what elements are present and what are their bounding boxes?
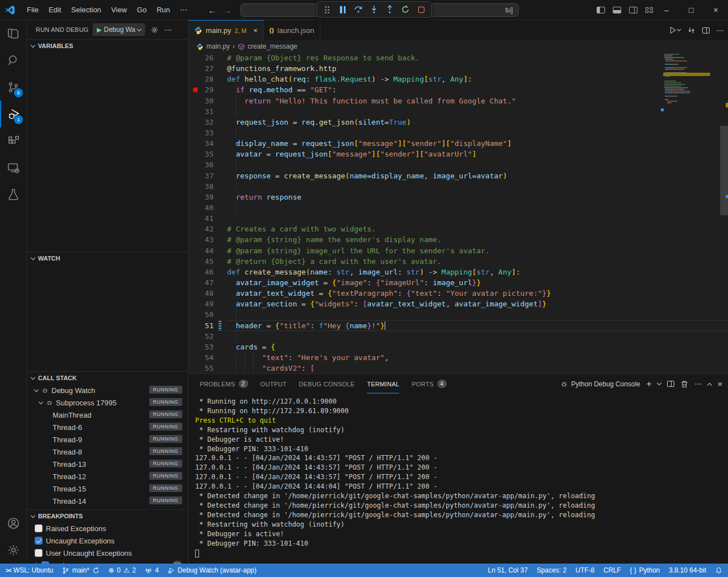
breakpoint-checkbox[interactable]: [35, 549, 42, 557]
run-python-file-button[interactable]: [669, 26, 680, 34]
toggle-secondary-sidebar-icon[interactable]: [629, 7, 637, 13]
editor-gutter[interactable]: 31: [188, 106, 227, 117]
panel-tab-debug-console[interactable]: DEBUG CONSOLE: [299, 374, 355, 394]
breadcrumb-file[interactable]: main.py: [206, 42, 230, 50]
code-line[interactable]: 43# @param {string} name the sender's di…: [188, 234, 728, 245]
code-line[interactable]: 27@functions_framework.http: [188, 63, 728, 74]
code-editor[interactable]: 26# @param {Object} res Response to send…: [188, 53, 728, 373]
code-line[interactable]: 33: [188, 127, 728, 138]
code-line[interactable]: 55 "cardsV2": [: [188, 363, 728, 373]
editor-gutter[interactable]: 32: [188, 117, 227, 127]
code-line[interactable]: 34 display_name = request_json["message"…: [188, 138, 728, 149]
views-more-actions-icon[interactable]: ⋯: [164, 26, 172, 34]
tab-launch-json[interactable]: {} launch.json: [264, 20, 320, 40]
editor-gutter[interactable]: 41: [188, 213, 227, 224]
language-mode[interactable]: { } Python: [630, 566, 660, 574]
code-line[interactable]: 49 avatar_section = {"widgets": [avatar_…: [188, 299, 728, 309]
editor-more-actions-icon[interactable]: ⋯: [716, 26, 724, 35]
editor-gutter[interactable]: 45: [188, 256, 227, 267]
editor-gutter[interactable]: 40: [188, 202, 227, 213]
code-line[interactable]: 45# @return {Object} a card with the use…: [188, 256, 728, 267]
encoding[interactable]: UTF-8: [575, 566, 594, 574]
call-stack-row[interactable]: Thread-13RUNNING: [27, 458, 188, 470]
nav-back-icon[interactable]: ←: [208, 6, 216, 15]
menu-item-selection[interactable]: Selection: [66, 3, 106, 17]
step-over-button[interactable]: [352, 3, 365, 16]
maximize-panel-icon[interactable]: [707, 382, 712, 387]
terminal-output[interactable]: * Running on http://127.0.0.1:9000 * Run…: [188, 394, 728, 564]
menu-item-edit[interactable]: Edit: [44, 3, 66, 17]
breakpoint-checkbox[interactable]: [41, 561, 49, 564]
close-panel-icon[interactable]: ×: [717, 379, 722, 389]
ports-status[interactable]: 4: [145, 566, 159, 574]
breakpoint-row[interactable]: Raised Exceptions: [27, 522, 188, 535]
panel-tab-problems[interactable]: PROBLEMS2: [200, 374, 248, 394]
breakpoint-dot-icon[interactable]: [193, 87, 198, 92]
watch-section-header[interactable]: WATCH: [27, 252, 188, 264]
code-line[interactable]: 41: [188, 213, 728, 224]
editor-gutter[interactable]: 26: [188, 53, 227, 63]
code-line[interactable]: 46def create_message(name: str, image_ur…: [188, 267, 728, 277]
debug-config-select[interactable]: ▶ Debug Wa: [93, 23, 145, 36]
code-line[interactable]: 35 avatar = request_json["message"]["sen…: [188, 149, 728, 159]
code-line[interactable]: 30 return "Hello! This function must be …: [188, 96, 728, 106]
split-editor-icon[interactable]: [702, 27, 710, 34]
code-line[interactable]: 29 if req.method == "GET":: [188, 84, 728, 95]
editor-gutter[interactable]: 44: [188, 245, 227, 256]
code-line[interactable]: 36: [188, 159, 728, 170]
stop-button[interactable]: [414, 3, 428, 16]
editor-gutter[interactable]: 29: [188, 84, 227, 95]
sidebar-item-remote-explorer[interactable]: [0, 154, 26, 181]
code-line[interactable]: 47 avatar_image_widget = {"image": {"ima…: [188, 277, 728, 288]
maximize-button[interactable]: □: [679, 0, 703, 20]
editor-gutter[interactable]: 48: [188, 288, 227, 299]
menu-item-view[interactable]: View: [106, 3, 132, 17]
editor-gutter[interactable]: 34: [188, 138, 227, 149]
start-debug-icon[interactable]: ▶: [97, 26, 101, 34]
editor-gutter[interactable]: 50: [188, 309, 227, 320]
nav-forward-icon[interactable]: →: [223, 6, 231, 15]
remote-indicator[interactable]: >< WSL: Ubuntu: [6, 566, 53, 574]
cursor-position[interactable]: Ln 51, Col 37: [488, 566, 527, 574]
editor-gutter[interactable]: 47: [188, 277, 227, 288]
editor-gutter[interactable]: 33: [188, 127, 227, 138]
problems-status[interactable]: ⊗ 0 ⚠ 2: [108, 566, 136, 574]
tab-main-py[interactable]: main.py 2, M ×: [188, 20, 264, 40]
call-stack-row[interactable]: Thread-12RUNNING: [27, 470, 188, 483]
call-stack-row[interactable]: MainThreadRUNNING: [27, 409, 188, 421]
menu-item-file[interactable]: File: [22, 3, 44, 17]
code-line[interactable]: 26# @param {Object} res Response to send…: [188, 53, 728, 63]
breakpoint-checkbox[interactable]: [35, 524, 42, 532]
panel-tab-output[interactable]: OUTPUT: [261, 374, 287, 394]
sidebar-item-extensions[interactable]: [0, 127, 26, 154]
sidebar-item-testing[interactable]: [0, 181, 26, 208]
code-line[interactable]: 53 cards = {: [188, 342, 728, 352]
editor-gutter[interactable]: 39: [188, 192, 227, 202]
editor-gutter[interactable]: 42: [188, 224, 227, 234]
pause-button[interactable]: [336, 3, 349, 16]
editor-gutter[interactable]: 46: [188, 267, 227, 277]
call-stack-row[interactable]: Subprocess 17995RUNNING: [27, 396, 188, 409]
toggle-panel-icon[interactable]: [613, 7, 621, 13]
editor-gutter[interactable]: 27: [188, 63, 227, 74]
close-tab-icon[interactable]: ×: [253, 26, 258, 35]
debug-settings-gear-icon[interactable]: [150, 26, 159, 34]
editor-gutter[interactable]: 53: [188, 342, 227, 352]
code-line[interactable]: 32 request_json = req.get_json(silent=Tr…: [188, 117, 728, 127]
python-interpreter[interactable]: 3.8.10 64-bit: [669, 566, 706, 574]
breakpoints-section-header[interactable]: BREAKPOINTS: [27, 510, 188, 522]
panel-tab-terminal[interactable]: TERMINAL: [367, 374, 399, 394]
code-line[interactable]: 42# Creates a card with two widgets.: [188, 224, 728, 234]
call-stack-row[interactable]: Thread-6RUNNING: [27, 421, 188, 433]
editor-gutter[interactable]: 43: [188, 234, 227, 245]
editor-gutter[interactable]: 36: [188, 159, 227, 170]
code-line[interactable]: 52: [188, 331, 728, 342]
sidebar-item-run-and-debug[interactable]: 1: [0, 101, 26, 127]
editor-gutter[interactable]: 35: [188, 149, 227, 159]
editor-gutter[interactable]: 38: [188, 181, 227, 192]
customize-layout-icon[interactable]: [645, 7, 653, 13]
editor-gutter[interactable]: 55: [188, 363, 227, 373]
sidebar-item-search[interactable]: [0, 47, 26, 74]
editor-scrollbar[interactable]: [720, 53, 728, 373]
restart-button[interactable]: [399, 3, 412, 16]
